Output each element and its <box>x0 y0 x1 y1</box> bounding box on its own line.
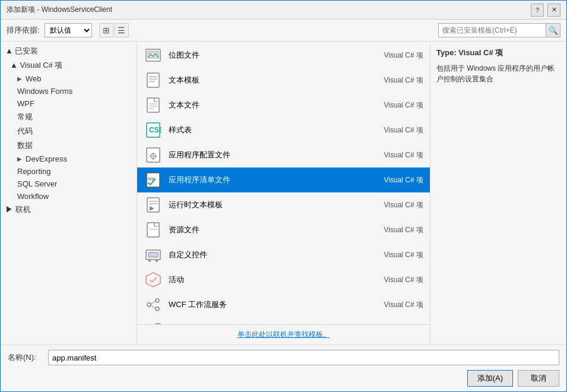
item-name: 应用程序配置文件 <box>169 150 370 160</box>
item-category: Visual C# 项 <box>376 225 423 235</box>
item-category: Visual C# 项 <box>376 150 423 160</box>
sidebar-reporting[interactable]: Reporting <box>1 165 137 178</box>
visual-csharp-label: ▲ Visual C# 项 <box>10 60 63 71</box>
svg-point-30 <box>148 260 151 262</box>
item-list-area: 位图文件 Visual C# 项 文本模板 Visual C# 项 文本文件 V… <box>137 42 430 344</box>
info-type: Type: Visual C# 项 <box>436 48 560 58</box>
type-value: Visual C# 项 <box>458 48 503 57</box>
list-view-button[interactable]: ☰ <box>115 23 129 37</box>
sidebar-workflow[interactable]: Workflow <box>1 190 137 203</box>
item-name: WCF 工作流服务 <box>169 299 370 310</box>
svg-point-33 <box>147 303 151 306</box>
sidebar-sql-server[interactable]: SQL Server <box>1 178 137 190</box>
name-label: 名称(N): <box>8 352 43 363</box>
list-item[interactable]: 应用程序配置文件 Visual C# 项 <box>137 143 430 167</box>
item-category: Visual C# 项 <box>376 175 423 185</box>
item-category: Visual C# 项 <box>376 125 423 135</box>
item-category: Visual C# 项 <box>376 275 423 285</box>
help-button[interactable]: ? <box>531 4 544 17</box>
svg-marker-32 <box>146 273 160 287</box>
sort-select[interactable]: 默认值名称类型 <box>45 23 92 37</box>
sidebar-installed[interactable]: ▲ 已安装 <box>1 44 137 58</box>
svg-rect-26 <box>147 223 159 237</box>
item-name: 文本文件 <box>169 100 370 110</box>
list-item[interactable]: 活动 Visual C# 项 <box>137 267 430 292</box>
code-label: 代码 <box>17 126 33 137</box>
sidebar-devexpress[interactable]: ▶ DevExpress <box>1 153 137 165</box>
item-name: 应用程序清单文件 <box>169 175 370 185</box>
item-name: 样式表 <box>169 125 370 135</box>
main-dialog: 添加新项 - WindowsServiceClient ? ✕ 排序依据: 默认… <box>0 0 567 392</box>
type-label: Type: <box>436 48 457 57</box>
svg-rect-29 <box>148 252 158 257</box>
item-icon-7 <box>144 220 163 239</box>
sort-label: 排序依据: <box>7 25 40 36</box>
item-name: 文本模板 <box>169 75 370 86</box>
name-input[interactable] <box>48 350 559 365</box>
item-icon-10 <box>144 295 163 314</box>
list-item[interactable]: 自定义控件 Visual C# 项 <box>137 242 430 267</box>
cancel-button[interactable]: 取消 <box>518 370 559 387</box>
data-label: 数据 <box>17 140 33 151</box>
svg-rect-13 <box>147 148 160 162</box>
bottom-bar: 名称(N): 添加(A) 取消 <box>1 344 566 391</box>
svg-rect-22 <box>147 198 159 212</box>
add-button[interactable]: 添加(A) <box>467 370 513 387</box>
list-item[interactable]: app 应用程序清单文件 Visual C# 项 <box>137 167 430 192</box>
lian-ji-label: ▶ 联机 <box>5 204 31 215</box>
item-icon-9 <box>144 270 163 289</box>
find-online-link[interactable]: 单击此处以联机并查找模板。 <box>237 330 330 339</box>
sidebar-code[interactable]: 代码 <box>1 124 137 138</box>
svg-text:CSS: CSS <box>149 126 161 134</box>
list-item[interactable]: WCF 工作流服务 Visual C# 项 <box>137 292 430 317</box>
workflow-label: Workflow <box>17 192 49 201</box>
search-button[interactable]: 🔍 <box>546 24 560 37</box>
main-content: ▲ 已安装 ▲ Visual C# 项 ▶ Web Windows Forms … <box>1 42 566 344</box>
svg-point-31 <box>156 260 158 262</box>
sidebar-visual-csharp[interactable]: ▲ Visual C# 项 <box>1 58 137 72</box>
svg-point-15 <box>153 156 154 157</box>
item-category: Visual C# 项 <box>376 100 423 110</box>
window-controls: ? ✕ <box>531 4 560 17</box>
close-button[interactable]: ✕ <box>547 4 560 17</box>
search-input[interactable] <box>439 25 546 36</box>
sidebar-changgui[interactable]: 常规 <box>1 110 137 124</box>
sidebar-web[interactable]: ▶ Web <box>1 72 137 85</box>
item-icon-3: CSS <box>144 121 163 140</box>
sidebar-lian-ji[interactable]: ▶ 联机 <box>1 203 137 217</box>
list-item[interactable]: 文本文件 Visual C# 项 <box>137 93 430 118</box>
item-category: Visual C# 项 <box>376 50 423 61</box>
item-icon-4 <box>144 146 163 165</box>
sidebar-wpf[interactable]: WPF <box>1 97 137 110</box>
name-row: 名称(N): <box>8 350 559 365</box>
list-item[interactable]: 资源文件 Visual C# 项 <box>137 217 430 242</box>
list-item[interactable]: 定向关系图文档(.dgml) Visual C# 项 <box>137 317 430 324</box>
title-bar: 添加新项 - WindowsServiceClient ? ✕ <box>1 1 566 20</box>
item-icon-0 <box>144 46 163 65</box>
list-item[interactable]: 运行时文本模板 Visual C# 项 <box>137 192 430 217</box>
list-item[interactable]: 文本模板 Visual C# 项 <box>137 68 430 93</box>
item-name: 资源文件 <box>169 225 370 235</box>
expand-icon-devexpress: ▶ <box>17 156 22 162</box>
sidebar-windows-forms[interactable]: Windows Forms <box>1 85 137 97</box>
list-item[interactable]: CSS 样式表 Visual C# 项 <box>137 118 430 143</box>
svg-rect-3 <box>147 73 159 87</box>
expand-icon: ▶ <box>17 75 22 82</box>
list-item[interactable]: 位图文件 Visual C# 项 <box>137 43 430 68</box>
info-panel: Type: Visual C# 项 包括用于 Windows 应用程序的用户帐户… <box>430 42 566 344</box>
item-icon-11 <box>144 320 163 324</box>
changgui-label: 常规 <box>17 112 33 122</box>
item-category: Visual C# 项 <box>376 250 423 260</box>
item-name: 活动 <box>169 274 370 285</box>
item-icon-5: app <box>144 170 163 189</box>
sql-server-label: SQL Server <box>17 179 57 188</box>
item-list: 位图文件 Visual C# 项 文本模板 Visual C# 项 文本文件 V… <box>137 42 430 324</box>
installed-label: ▲ 已安装 <box>5 46 38 56</box>
dialog-title: 添加新项 - WindowsServiceClient <box>7 5 112 15</box>
item-name: 位图文件 <box>169 50 370 61</box>
sidebar-data[interactable]: 数据 <box>1 138 137 153</box>
item-category: Visual C# 项 <box>376 75 423 86</box>
sidebar: ▲ 已安装 ▲ Visual C# 项 ▶ Web Windows Forms … <box>1 42 137 344</box>
svg-line-36 <box>151 301 156 304</box>
grid-view-button[interactable]: ⊞ <box>99 23 113 37</box>
